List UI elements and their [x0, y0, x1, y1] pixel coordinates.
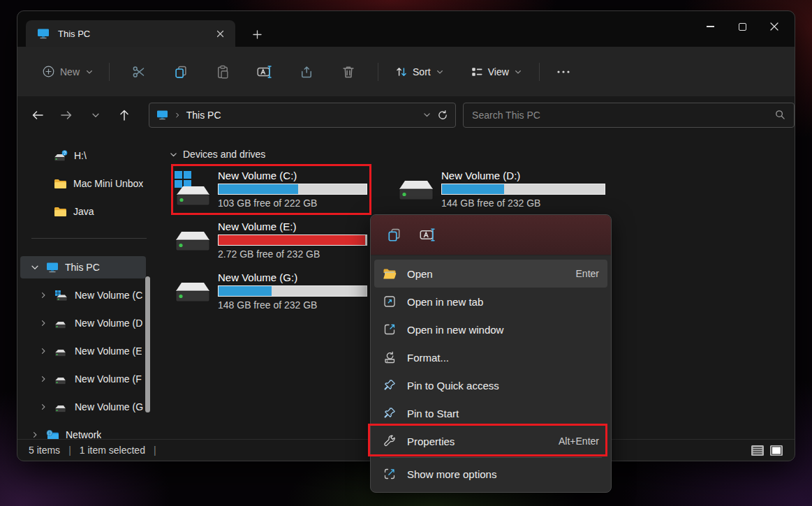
- chevron-down-icon: [85, 68, 94, 76]
- view-toggles: [751, 445, 783, 456]
- open-new-tab-icon: [383, 295, 397, 308]
- menu-item-format[interactable]: Format...: [374, 343, 607, 371]
- refresh-icon[interactable]: [437, 110, 448, 121]
- menu-item-open-in-new-tab[interactable]: Open in new tab: [374, 288, 607, 315]
- copy-button[interactable]: [381, 222, 407, 248]
- tab-strip: This PC: [17, 11, 795, 47]
- close-button[interactable]: [758, 14, 790, 39]
- sidebar-item-label: New Volume (C: [75, 290, 142, 301]
- capacity-bar: [441, 184, 605, 195]
- paste-icon: [216, 65, 230, 79]
- address-bar[interactable]: This PC: [149, 103, 456, 128]
- menu-item-shortcut: Enter: [576, 268, 599, 279]
- sidebar-item-label: New Volume (G: [75, 401, 143, 412]
- rename-icon: [257, 65, 272, 79]
- menu-item-label: Open in new tab: [407, 296, 483, 308]
- menu-item-shortcut: Alt+Enter: [559, 436, 599, 447]
- capacity-bar-fill: [219, 184, 298, 194]
- cut-button[interactable]: [118, 58, 160, 86]
- up-button[interactable]: [110, 103, 138, 128]
- tab-this-pc[interactable]: This PC: [26, 20, 235, 47]
- sidebar-item-new-volume-d[interactable]: New Volume (D: [20, 312, 146, 334]
- sidebar-item-h-drive[interactable]: H:\: [20, 144, 146, 167]
- view-button-label: View: [488, 66, 509, 77]
- rename-button[interactable]: [244, 58, 286, 86]
- section-label: Devices and drives: [183, 149, 265, 160]
- status-divider: |: [68, 445, 71, 456]
- trash-icon: [341, 65, 355, 79]
- item-count: 5 items: [29, 445, 60, 456]
- capacity-bar-fill: [219, 235, 365, 245]
- chevron-down-icon: [514, 68, 522, 76]
- new-tab-button[interactable]: [248, 25, 266, 43]
- tab-close-icon[interactable]: [212, 25, 228, 42]
- chevron-right-icon: [38, 291, 48, 299]
- breadcrumb-chevron-icon: [174, 112, 181, 119]
- drive-name: New Volume (E:): [218, 221, 377, 232]
- share-button[interactable]: [286, 58, 327, 86]
- chevron-down-icon: [91, 110, 101, 120]
- monitor-icon: [156, 110, 168, 120]
- drive-free-space: 2.72 GB free of 232 GB: [218, 248, 377, 260]
- sidebar-item-this-pc[interactable]: This PC: [20, 256, 146, 278]
- chevron-right-icon: [38, 375, 48, 383]
- back-button[interactable]: [23, 103, 52, 128]
- ellipsis-icon: [556, 70, 570, 74]
- minimize-button[interactable]: [694, 14, 726, 39]
- drive-name: New Volume (C:): [218, 170, 377, 181]
- pin-icon: [383, 378, 397, 392]
- menu-item-show-more-options[interactable]: Show more options: [374, 460, 607, 488]
- sidebar-item-label: New Volume (D: [75, 318, 142, 329]
- menu-item-pin-to-quick-access[interactable]: Pin to Quick access: [374, 371, 607, 399]
- menu-separator: [380, 457, 602, 458]
- tab-title: This PC: [58, 29, 212, 39]
- sidebar-item-label: H:\: [74, 150, 87, 161]
- menu-item-open[interactable]: Open Enter: [374, 260, 607, 288]
- address-dropdown-icon[interactable]: [422, 110, 431, 119]
- sidebar-item-new-volume-g[interactable]: New Volume (G: [20, 396, 146, 418]
- paste-button[interactable]: [202, 58, 244, 86]
- sidebar-item-new-volume-c[interactable]: New Volume (C: [20, 284, 146, 306]
- sidebar-item-java[interactable]: Java: [20, 200, 146, 223]
- large-icons-view-icon[interactable]: [769, 445, 783, 456]
- copy-button[interactable]: [160, 58, 202, 86]
- new-button[interactable]: New: [36, 60, 101, 83]
- details-view-icon[interactable]: [751, 445, 765, 456]
- sidebar-item-mac-mini-unbox[interactable]: Mac Mini Unbox: [20, 172, 146, 195]
- view-button[interactable]: View: [462, 60, 531, 84]
- menu-item-label: Open in new window: [407, 324, 503, 336]
- recent-locations-button[interactable]: [81, 103, 110, 128]
- more-options-button[interactable]: [548, 58, 579, 86]
- menu-item-properties[interactable]: Properties Alt+Enter: [374, 427, 607, 455]
- chevron-right-icon: [38, 347, 48, 355]
- drive-question-icon: [54, 150, 68, 162]
- copy-icon: [174, 65, 188, 79]
- rename-button[interactable]: [414, 222, 441, 248]
- section-devices-and-drives[interactable]: Devices and drives: [169, 149, 265, 160]
- navigation-pane: H:\ Mac Mini Unbox Java: [17, 133, 165, 439]
- toolbar-separator: [539, 63, 540, 81]
- menu-item-label: Show more options: [407, 468, 496, 480]
- delete-button[interactable]: [327, 58, 369, 86]
- menu-item-pin-to-start[interactable]: Pin to Start: [374, 399, 607, 427]
- sidebar-scrollbar[interactable]: [145, 276, 150, 412]
- chevron-right-icon: [38, 403, 48, 411]
- drive-tile-e[interactable]: New Volume (E:) 2.72 GB free of 232 GB: [175, 221, 377, 265]
- search-input[interactable]: [472, 110, 775, 121]
- sort-button[interactable]: Sort: [387, 60, 452, 84]
- drive-free-space: 103 GB free of 222 GB: [218, 198, 377, 209]
- maximize-button[interactable]: [726, 14, 758, 39]
- forward-button[interactable]: [52, 103, 80, 128]
- breadcrumb[interactable]: This PC: [186, 110, 221, 121]
- drive-tile-c[interactable]: New Volume (C:) 103 GB free of 222 GB: [175, 170, 377, 214]
- sidebar-item-new-volume-e[interactable]: New Volume (E: [20, 340, 146, 362]
- menu-item-open-in-new-window[interactable]: Open in new window: [374, 315, 607, 343]
- sidebar-item-new-volume-f[interactable]: New Volume (F: [20, 368, 146, 390]
- chevron-down-icon: [169, 150, 178, 159]
- drive-tile-g[interactable]: New Volume (G:) 148 GB free of 232 GB: [175, 271, 377, 316]
- search-box[interactable]: [463, 103, 795, 128]
- rename-icon: [420, 228, 436, 242]
- chevron-down-icon: [30, 262, 40, 272]
- drive-tile-d[interactable]: New Volume (D:) 144 GB free of 232 GB: [398, 170, 614, 214]
- status-divider: |: [154, 445, 156, 456]
